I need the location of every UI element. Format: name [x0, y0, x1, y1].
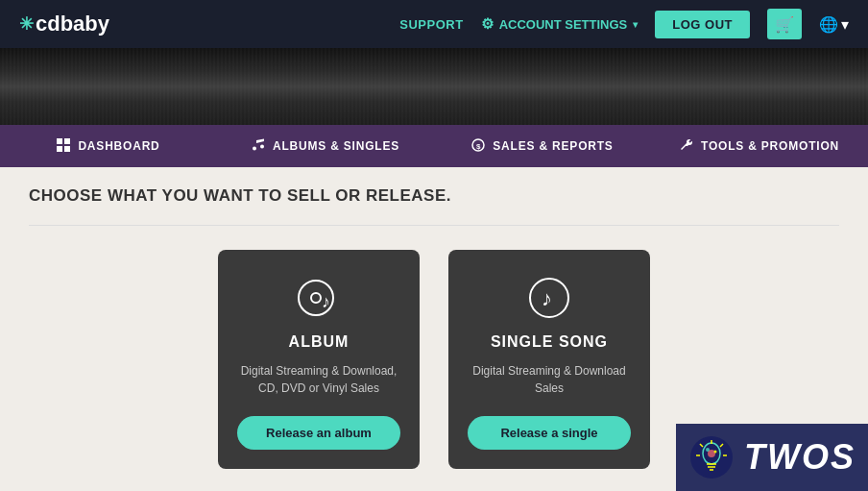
music-note-icon: [252, 138, 265, 155]
logo[interactable]: ✳ cdbaby: [19, 12, 109, 37]
dashboard-label: DASHBOARD: [78, 139, 159, 153]
chevron-down-icon: ▾: [633, 19, 638, 30]
svg-rect-1: [64, 138, 70, 144]
single-song-card: ♪ SINGLE SONG Digital Streaming & Downlo…: [448, 250, 650, 469]
twos-badge: TWOS: [676, 424, 868, 491]
single-song-card-title: SINGLE SONG: [491, 333, 608, 351]
navbar: ✳ cdbaby SUPPORT ⚙ ACCOUNT SETTINGS ▾ LO…: [0, 0, 868, 48]
logo-asterisk: ✳: [19, 13, 34, 35]
subnav-items: DASHBOARD ALBUMS & SINGLES $ SALES & REP…: [0, 125, 868, 167]
globe-chevron: ▾: [841, 15, 849, 34]
subnav-item-dashboard[interactable]: DASHBOARD: [0, 125, 217, 167]
svg-point-14: [706, 448, 710, 452]
album-icon: ♪: [295, 274, 343, 322]
subnav-item-sales-reports[interactable]: $ SALES & REPORTS: [434, 125, 651, 167]
divider: [29, 225, 839, 226]
navbar-right: SUPPORT ⚙ ACCOUNT SETTINGS ▾ LOG OUT 🛒 🌐…: [399, 9, 849, 39]
svg-text:♪: ♪: [542, 286, 552, 310]
page-title: CHOOSE WHAT YOU WANT TO SELL OR RELEASE.: [29, 186, 839, 206]
subnav-item-tools-promotion[interactable]: TOOLS & PROMOTION: [651, 125, 868, 167]
cart-icon: 🛒: [775, 15, 794, 34]
release-single-button[interactable]: Release a single: [468, 416, 631, 450]
dollar-icon: $: [471, 138, 485, 155]
hero-overlay: [0, 48, 868, 125]
dashboard-icon: [57, 138, 70, 155]
gear-icon: ⚙: [481, 15, 494, 33]
globe-icon: 🌐: [819, 15, 838, 34]
svg-rect-0: [57, 138, 62, 144]
sales-reports-label: SALES & REPORTS: [493, 139, 613, 153]
album-card-desc: Digital Streaming & Download, CD, DVD or…: [237, 362, 400, 397]
cart-button[interactable]: 🛒: [767, 9, 802, 39]
tools-icon: [680, 138, 693, 155]
support-link[interactable]: SUPPORT: [399, 17, 463, 32]
account-settings-label: ACCOUNT SETTINGS: [499, 17, 628, 32]
album-card: ♪ ALBUM Digital Streaming & Download, CD…: [218, 250, 420, 469]
language-selector[interactable]: 🌐 ▾: [819, 15, 849, 34]
tools-promotion-label: TOOLS & PROMOTION: [701, 139, 839, 153]
svg-text:$: $: [476, 142, 481, 151]
album-card-title: ALBUM: [289, 333, 350, 351]
svg-rect-3: [64, 146, 70, 152]
hero-image: [0, 48, 868, 125]
single-song-card-desc: Digital Streaming & Download Sales: [468, 362, 631, 397]
subnav: DASHBOARD ALBUMS & SINGLES $ SALES & REP…: [0, 125, 868, 167]
svg-point-7: [311, 293, 321, 303]
subnav-item-albums-singles[interactable]: ALBUMS & SINGLES: [217, 125, 434, 167]
release-album-button[interactable]: Release an album: [237, 416, 400, 450]
svg-point-15: [714, 451, 717, 454]
bulb-icon: [688, 434, 735, 480]
svg-rect-2: [57, 146, 62, 152]
account-settings-menu[interactable]: ⚙ ACCOUNT SETTINGS ▾: [481, 15, 639, 33]
logo-text: cdbaby: [36, 12, 109, 37]
twos-text: TWOS: [744, 437, 856, 478]
single-song-icon: ♪: [525, 274, 573, 322]
albums-singles-label: ALBUMS & SINGLES: [273, 139, 399, 153]
logout-button[interactable]: LOG OUT: [655, 11, 750, 38]
svg-text:♪: ♪: [322, 292, 330, 311]
